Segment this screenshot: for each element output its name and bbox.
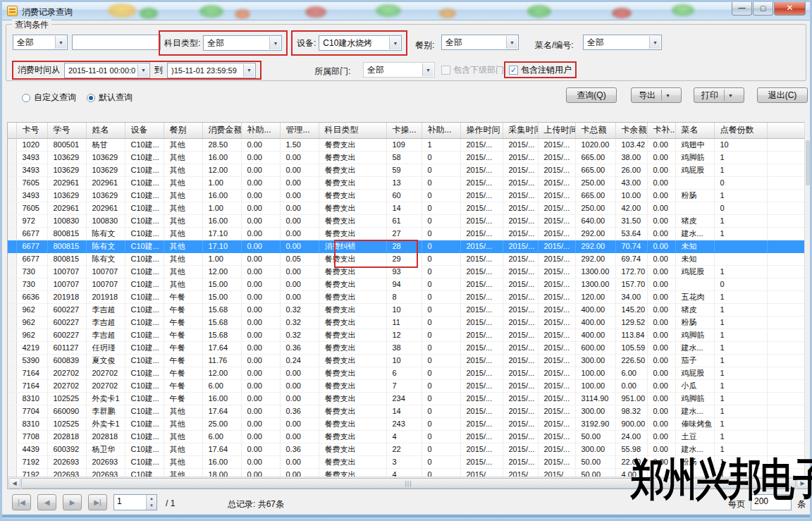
table-row[interactable]: 962600227李吉超C10建...午餐15.680.000.32餐费支出11… [8,316,808,329]
table-row[interactable]: 6677800815陈有文C10建...其他17.100.000.00餐费支出2… [8,227,808,240]
table-row[interactable]: 3493103629103629C10建...其他12.000.000.00餐费… [8,164,808,176]
table-row[interactable]: 7708202818202818C10建...其他6.000.000.00餐费支… [8,430,808,443]
table-row[interactable]: 7164202702202702C10建...午餐12.000.000.00餐费… [8,367,808,379]
wallpaper-blob [439,8,456,18]
row-indicator-cell [8,176,16,189]
cell: 103629 [86,189,125,202]
checkbox-checked-icon[interactable]: ✓ [509,66,518,75]
column-header[interactable]: 科目类型 [319,123,386,138]
cell: 2015/... [538,227,575,240]
subject-type-combobox[interactable]: 全部 ▼ [203,35,282,51]
chevron-down-icon[interactable]: ▼ [422,63,433,76]
column-header[interactable]: 消费金额 [202,123,241,138]
table-row[interactable]: 3493103629103629C10建...其他16.000.000.00餐费… [8,151,808,164]
maximize-button[interactable]: ▢ [753,2,773,16]
table-row[interactable]: 7704660090李群鹏C10建...其他17.640.000.36餐费支出1… [8,405,808,417]
table-row[interactable]: 962600227李吉超C10建...午餐15.680.000.32餐费支出10… [8,303,808,316]
column-header[interactable]: 卡操... [386,123,422,138]
column-header[interactable]: 卡余额 [615,123,647,138]
cell: 28.50 [202,138,241,151]
keyword-input[interactable] [72,35,161,50]
table-row[interactable]: 8310102525外卖卡1C10建...其他25.000.000.00餐费支出… [8,417,808,430]
chevron-down-icon[interactable]: ▼ [55,36,66,49]
table-row[interactable]: 962600227李吉超C10建...午餐15.680.000.32餐费支出12… [8,329,808,341]
custom-query-radio[interactable]: 自定义查询 [22,92,76,104]
table-row[interactable]: 1020800501杨甘C10建...其他28.500.001.50餐费支出10… [8,138,808,151]
page-spinner[interactable]: ▲▼ [146,495,156,510]
vertical-scrollbar-thumb[interactable] [806,140,810,185]
cell: 6677 [16,227,47,240]
column-header[interactable]: 采集时间 [503,123,538,138]
table-row[interactable]: 3493103629103629C10建...其他16.000.000.00餐费… [8,189,808,202]
cell: 38.00 [615,151,647,164]
spinner-up-icon[interactable]: ▲ [147,495,156,502]
table-row[interactable]: 7605202961202961C10建...其他1.000.000.00餐费支… [8,176,808,189]
column-header[interactable]: 学号 [47,123,86,138]
minimize-button[interactable]: — [732,2,752,16]
table-row[interactable]: 7605202961202961C10建...其他1.000.000.00餐费支… [8,202,808,214]
column-header[interactable]: 补助... [422,123,460,138]
checkbox-icon[interactable] [441,66,450,75]
table-row[interactable]: 5390600839夏文俊C10建...午餐11.760.000.24餐费支出1… [8,354,808,367]
cell: 202693 [86,455,125,468]
column-header[interactable]: 菜名 [675,123,714,138]
department-combobox[interactable]: 全部 ▼ [363,62,435,78]
cell: 土豆 [675,430,714,443]
include-cancelled-checkbox[interactable]: ✓ 包含注销用户 [509,64,572,76]
column-header[interactable]: 设备 [125,123,164,138]
vertical-scrollbar[interactable] [804,122,810,477]
column-header[interactable]: 卡总额 [575,123,615,138]
cell: 7 [386,379,422,392]
dish-combobox[interactable]: 全部 ▼ [583,35,662,50]
close-button[interactable]: ✕ [774,2,806,16]
print-button[interactable]: 打印 ▼ [694,87,744,103]
scroll-left-icon[interactable]: ◀ [8,478,20,489]
chevron-down-icon[interactable]: ▼ [243,64,254,77]
table-row[interactable]: 8310102525外卖卡1C10建...午餐16.000.000.00餐费支出… [8,392,808,405]
column-header[interactable]: 餐别 [164,123,202,138]
chevron-down-icon[interactable]: ▼ [137,64,149,77]
chevron-down-icon[interactable]: ▼ [649,36,660,49]
default-query-radio[interactable]: 默认查询 [87,92,133,104]
chevron-down-icon[interactable]: ▼ [725,93,737,98]
include-sub-checkbox[interactable]: 包含下级部门 [441,64,504,76]
export-button[interactable]: 导出 ▼ [631,87,682,103]
time-to-picker[interactable]: )15-11-01 23:59:59 ▼ [167,63,256,78]
radio-icon[interactable] [22,94,30,102]
device-combobox[interactable]: C10建水烧烤 ▼ [319,35,402,51]
column-header[interactable]: 补助... [241,123,280,138]
radio-selected-icon[interactable] [87,94,95,102]
table-row[interactable]: 6677800815陈有文C10建...其他17.100.000.00消费纠错2… [8,240,808,252]
column-header[interactable]: 操作时间 [460,123,503,138]
table-row[interactable]: 7164202702202702C10建...午餐6.000.000.00餐费支… [8,379,808,392]
column-header[interactable]: 卡号 [16,123,47,138]
table-row[interactable]: 972100830100830C10建...其他16.000.000.00餐费支… [8,214,808,227]
spinner-down-icon[interactable]: ▼ [147,502,156,509]
prev-page-button[interactable]: ◀ [37,494,56,510]
exit-button[interactable]: 退出(C) [757,87,808,103]
table-row[interactable]: 730100707100707C10建...其他12.000.000.00餐费支… [8,265,808,278]
meal-combobox[interactable]: 全部 ▼ [441,35,519,50]
time-from-picker[interactable]: 2015-11-01 00:00:0 ▼ [64,63,150,78]
table-row[interactable]: 6677800815陈有文C10建...其他1.000.000.05餐费支出29… [8,252,808,265]
query-button[interactable]: 查询(Q) [566,87,617,103]
cell: 0.00 [647,379,675,392]
chevron-down-icon[interactable]: ▼ [506,36,517,49]
column-header[interactable]: 管理... [280,123,319,138]
chevron-down-icon[interactable]: ▼ [389,37,400,49]
chevron-down-icon[interactable]: ▼ [269,37,281,49]
table-row[interactable]: 6636201918201918C10建...午餐15.000.000.00餐费… [8,290,808,303]
next-page-button[interactable]: ▶ [63,494,82,510]
column-header[interactable]: 姓名 [86,123,125,138]
scope-combobox[interactable]: 全部 ▼ [13,35,68,50]
table-row[interactable]: 4219601127任玥瑾C10建...午餐17.640.000.36餐费支出3… [8,341,808,354]
column-header[interactable]: 点餐份数 [714,123,767,138]
chevron-down-icon[interactable]: ▼ [662,93,674,98]
column-header[interactable]: 卡补... [647,123,675,138]
table-row[interactable]: 730100707100707C10建...其他15.000.000.00餐费支… [8,278,808,290]
cell: 0.00 [241,405,280,417]
last-page-button[interactable]: ▶| [88,494,107,510]
cell: 17.64 [202,405,241,417]
column-header[interactable]: 上传时间 [538,123,575,138]
first-page-button[interactable]: |◀ [12,494,31,510]
